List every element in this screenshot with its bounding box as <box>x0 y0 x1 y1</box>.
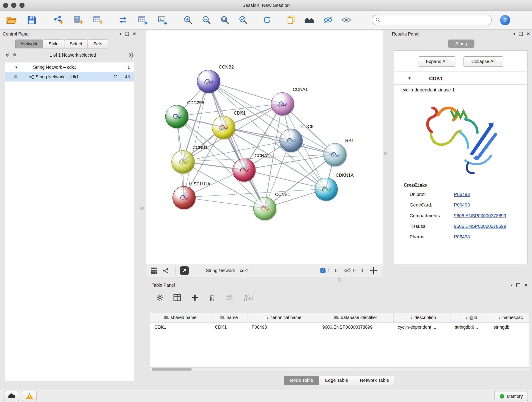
warnings-button[interactable] <box>22 391 37 401</box>
column-header-shared-name[interactable]: shared name <box>150 313 211 322</box>
table-body: CDK1CDK1P064939606.ENSP00000378699cyclin… <box>150 322 530 332</box>
zoom-fit-button[interactable] <box>219 14 230 26</box>
table-row[interactable]: CDK1CDK1P064939606.ENSP00000378699cyclin… <box>150 322 530 332</box>
birds-eye-view-button[interactable] <box>148 265 160 276</box>
search-input[interactable] <box>383 17 488 23</box>
tab-string[interactable]: String <box>448 40 475 48</box>
network-node-ccnb2[interactable] <box>197 70 220 93</box>
help-button[interactable]: ? <box>500 15 510 25</box>
tab-network[interactable]: Network <box>15 40 43 49</box>
column-header-name[interactable]: name <box>211 313 247 322</box>
network-options-gear-icon[interactable] <box>128 52 134 58</box>
column-header-database-identifier[interactable]: database identifier <box>318 313 394 322</box>
expand-all-icon[interactable] <box>12 52 17 57</box>
network-edge[interactable] <box>184 197 265 208</box>
network-node-hist1h1a[interactable] <box>172 186 196 209</box>
network-node-ccna2[interactable] <box>232 159 255 182</box>
import-network-database-button[interactable] <box>72 14 84 26</box>
column-header--id[interactable]: @id <box>451 313 489 322</box>
collapse-all-icon[interactable] <box>5 52 10 57</box>
tab-network-table[interactable]: Network Table <box>354 376 395 385</box>
tab-sets[interactable]: Sets <box>88 40 108 49</box>
tab-select[interactable]: Select <box>64 40 88 49</box>
add-column-button[interactable] <box>191 294 199 301</box>
houses-button[interactable] <box>304 14 315 26</box>
import-network-file-button[interactable] <box>52 14 64 26</box>
close-panel-icon[interactable]: ✕ <box>526 31 530 36</box>
export-image-button[interactable] <box>157 14 168 26</box>
network-edge[interactable] <box>208 81 264 208</box>
protein-thumbnail-icon <box>259 202 272 215</box>
export-network-button[interactable] <box>117 14 129 26</box>
column-header-canonical-name[interactable]: canonical name <box>247 313 318 322</box>
zoom-in-button[interactable] <box>182 14 194 26</box>
open-session-button[interactable] <box>6 14 17 26</box>
network-node-rb1[interactable] <box>323 143 347 166</box>
table-settings-gear-icon[interactable] <box>157 294 163 301</box>
show-columns-button[interactable] <box>173 294 181 301</box>
zoom-selected-button[interactable] <box>237 14 249 26</box>
crosslink-link[interactable]: P06493 <box>454 234 470 239</box>
network-node-ccna1[interactable] <box>271 92 294 115</box>
network-edge[interactable] <box>184 81 208 197</box>
hide-selected-button[interactable] <box>322 14 334 26</box>
crosslink-link[interactable]: P06493 <box>454 203 470 208</box>
network-collection-row[interactable]: ▼ String Network – cdk1 1 <box>5 62 134 72</box>
right-splitter-handle[interactable] <box>384 152 387 155</box>
float-panel-icon[interactable]: ▾ <box>119 32 121 36</box>
network-node-ccne1[interactable] <box>253 197 276 220</box>
cloud-status-button[interactable] <box>4 391 19 401</box>
crosslink-link[interactable]: 9606.ENSP00000378699 <box>454 213 506 218</box>
entry-collapse-icon[interactable]: ▼ <box>408 76 411 80</box>
zoom-out-button[interactable] <box>201 14 212 26</box>
export-table-button[interactable] <box>137 14 149 26</box>
column-header-namespac[interactable]: namespac <box>489 313 530 322</box>
column-sort-icon <box>496 316 500 320</box>
tab-node-table[interactable]: Node Table <box>284 376 319 385</box>
column-header-description[interactable]: description <box>394 313 451 322</box>
close-panel-icon[interactable]: ✕ <box>133 31 136 36</box>
table-header-row: shared namenamecanonical namedatabase id… <box>150 313 530 323</box>
scrollbar-thumb[interactable] <box>152 368 192 370</box>
crosslink-label: Pharos: <box>410 234 454 239</box>
tab-style[interactable]: Style <box>43 40 64 49</box>
expand-all-button[interactable]: Expand All <box>418 56 455 67</box>
network-canvas[interactable]: CCNB2CCNA1CDC25BCDK1CDC6RB1CCNB1CCNA2CDK… <box>146 30 383 265</box>
dock-panel-icon[interactable] <box>516 283 520 287</box>
network-item-row[interactable]: String Network – cdk1 11 48 <box>5 72 134 82</box>
open-folder-icon <box>6 16 17 25</box>
refresh-view-button[interactable] <box>261 14 273 26</box>
close-panel-icon[interactable]: ✕ <box>524 282 527 287</box>
memory-button[interactable]: Memory <box>494 391 528 401</box>
float-panel-icon[interactable]: ▾ <box>511 283 513 287</box>
delete-column-button[interactable] <box>209 294 215 301</box>
table-horizontal-scrollbar[interactable] <box>150 367 530 371</box>
tab-edge-table[interactable]: Edge Table <box>319 376 354 385</box>
import-table-button[interactable] <box>92 14 104 26</box>
left-splitter-handle[interactable] <box>140 206 144 210</box>
float-panel-icon[interactable]: ▾ <box>513 32 515 36</box>
selected-checkbox-icon[interactable]: ✓ <box>320 268 325 273</box>
protein-entry-header[interactable]: ▼ CDK1 <box>394 72 527 85</box>
crosslink-link[interactable]: 9606.ENSP00000378699 <box>454 224 506 229</box>
network-node-cdk1[interactable] <box>212 116 235 139</box>
save-session-button[interactable] <box>26 14 38 26</box>
toolbar-search[interactable] <box>372 15 492 25</box>
horizontal-splitter-handle[interactable] <box>338 278 341 282</box>
collection-expander-icon[interactable]: ▼ <box>15 65 18 69</box>
show-all-button[interactable] <box>341 14 352 26</box>
dock-panel-icon[interactable] <box>519 32 523 36</box>
network-node-cdc25b[interactable] <box>165 105 188 128</box>
network-share-button[interactable] <box>160 265 172 276</box>
dock-panel-icon[interactable] <box>125 32 129 36</box>
collapse-all-button[interactable]: Collapse All <box>463 56 503 67</box>
open-in-new-button[interactable] <box>180 266 189 275</box>
crosslink-link[interactable]: P06493 <box>454 192 470 197</box>
network-edge[interactable] <box>244 170 326 189</box>
network-node-cdkn1a[interactable] <box>315 178 338 201</box>
duplicate-network-button[interactable] <box>285 14 297 26</box>
network-node-cdc6[interactable] <box>279 129 303 152</box>
pan-mode-button[interactable] <box>369 266 378 275</box>
results-panel-header: Results Panel ▾ ✕ <box>392 30 530 38</box>
network-node-ccnb1[interactable] <box>171 150 195 173</box>
